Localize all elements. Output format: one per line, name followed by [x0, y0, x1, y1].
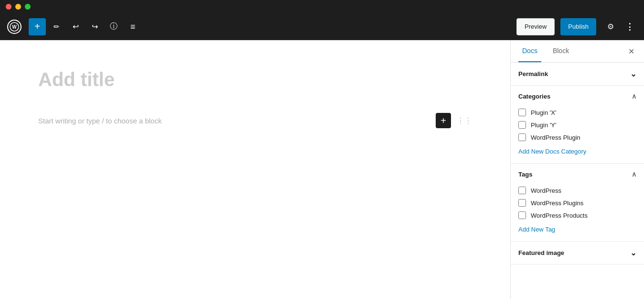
sidebar-close-button[interactable]: ✕ [626, 45, 636, 58]
preview-button[interactable]: Preview [516, 18, 555, 35]
publish-button[interactable]: Publish [560, 18, 596, 35]
editor-area[interactable]: Add title Start writing or type / to cho… [0, 40, 510, 299]
tag-wp-products[interactable]: WordPress Products [518, 211, 636, 219]
tag-wordpress-label: WordPress [531, 187, 561, 194]
tag-wordpress-checkbox[interactable] [518, 187, 526, 194]
title-bar [0, 0, 644, 13]
featured-image-chevron-icon [630, 248, 636, 257]
svg-text:W: W [12, 24, 17, 30]
minimize-traffic-light[interactable] [15, 4, 21, 10]
category-plugin-y-checkbox[interactable] [518, 121, 526, 129]
featured-image-section-header[interactable]: Featured image [511, 242, 644, 264]
tag-wp-products-checkbox[interactable] [518, 211, 526, 219]
list-icon: ≡ [130, 22, 136, 31]
category-wp-plugin-label: WordPress Plugin [531, 134, 580, 141]
categories-section-header[interactable]: Categories ∧ [511, 86, 644, 107]
tags-title: Tags [518, 171, 532, 178]
tag-wordpress[interactable]: WordPress [518, 187, 636, 194]
permalink-chevron-icon [630, 69, 636, 78]
featured-image-section: Featured image [511, 242, 644, 265]
category-plugin-y[interactable]: Plugin 'Y' [518, 121, 636, 129]
tab-block[interactable]: Block [549, 40, 573, 62]
block-drag-icon: ⋮⋮ [457, 116, 472, 125]
permalink-title: Permalink [518, 70, 548, 78]
pen-icon: ✏ [54, 22, 60, 31]
tags-section-header[interactable]: Tags ∧ [511, 164, 644, 185]
categories-chevron-icon: ∧ [632, 92, 636, 100]
settings-icon: ⚙ [607, 22, 614, 31]
edit-button[interactable]: ✏ [48, 18, 65, 35]
wp-logo-mark: W [7, 20, 21, 34]
add-block-inline-button[interactable]: + [436, 113, 451, 128]
plus-icon-inline: + [440, 116, 446, 125]
info-icon: ⓘ [110, 22, 118, 32]
tags-chevron-icon: ∧ [632, 170, 636, 178]
add-block-button[interactable]: + [29, 18, 46, 35]
close-traffic-light[interactable] [6, 4, 11, 10]
more-icon: ⋮ [625, 22, 634, 32]
maximize-traffic-light[interactable] [25, 4, 31, 10]
category-wp-plugin[interactable]: WordPress Plugin [518, 133, 636, 141]
add-new-tag-link[interactable]: Add New Tag [518, 226, 555, 233]
featured-image-title: Featured image [518, 249, 564, 256]
category-plugin-y-label: Plugin 'Y' [531, 122, 556, 129]
list-view-button[interactable]: ≡ [124, 18, 141, 35]
tags-section: Tags ∧ WordPress WordPress Plugins WordP… [511, 164, 644, 242]
undo-button[interactable]: ↩ [67, 18, 84, 35]
categories-section-content: Plugin 'X' Plugin 'Y' WordPress Plugin A… [511, 107, 644, 163]
sidebar: Docs Block ✕ Permalink Categories ∧ Plug… [510, 40, 644, 299]
categories-section: Categories ∧ Plugin 'X' Plugin 'Y' WordP… [511, 86, 644, 164]
add-new-category-link[interactable]: Add New Docs Category [518, 148, 586, 155]
category-plugin-x-checkbox[interactable] [518, 109, 526, 116]
settings-button[interactable]: ⚙ [602, 18, 619, 35]
toolbar: W + ✏ ↩ ↪ ⓘ ≡ Preview Publish ⚙ ⋮ [0, 13, 644, 40]
category-plugin-x-label: Plugin 'X' [531, 109, 556, 116]
info-button[interactable]: ⓘ [105, 18, 122, 35]
post-title-placeholder[interactable]: Add title [38, 69, 472, 98]
tags-section-content: WordPress WordPress Plugins WordPress Pr… [511, 185, 644, 241]
permalink-section-header[interactable]: Permalink [511, 63, 644, 85]
tag-wp-products-label: WordPress Products [531, 212, 588, 219]
block-placeholder-row[interactable]: Start writing or type / to choose a bloc… [38, 113, 472, 128]
plus-icon: + [34, 21, 40, 32]
sidebar-tabs: Docs Block ✕ [511, 40, 644, 63]
main-layout: Add title Start writing or type / to cho… [0, 40, 644, 299]
categories-title: Categories [518, 93, 550, 100]
tag-wp-plugins-label: WordPress Plugins [531, 199, 583, 207]
tab-docs[interactable]: Docs [518, 40, 541, 62]
category-plugin-x[interactable]: Plugin 'X' [518, 109, 636, 116]
redo-icon: ↪ [92, 22, 98, 31]
close-icon: ✕ [628, 47, 634, 55]
wp-logo[interactable]: W [6, 18, 23, 35]
tag-wp-plugins-checkbox[interactable] [518, 199, 526, 207]
more-button[interactable]: ⋮ [621, 18, 638, 35]
undo-icon: ↩ [73, 22, 79, 31]
redo-button[interactable]: ↪ [86, 18, 103, 35]
permalink-section: Permalink [511, 63, 644, 86]
tag-wp-plugins[interactable]: WordPress Plugins [518, 199, 636, 207]
block-placeholder-text: Start writing or type / to choose a bloc… [38, 117, 161, 125]
category-wp-plugin-checkbox[interactable] [518, 133, 526, 141]
